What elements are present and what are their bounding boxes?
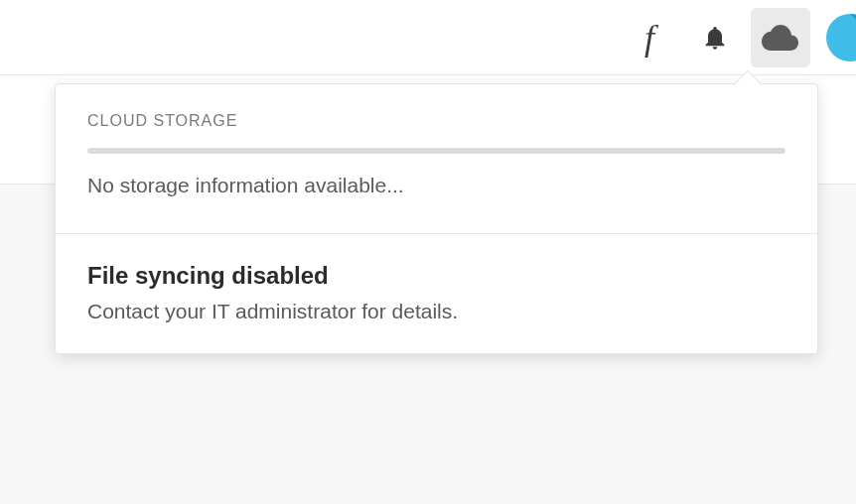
cloud-storage-button[interactable]: [751, 8, 810, 67]
storage-progress-bar: [87, 148, 785, 154]
bell-icon: [701, 23, 729, 53]
sync-status-title: File syncing disabled: [87, 262, 785, 290]
cloud-storage-popover: CLOUD STORAGE No storage information ava…: [55, 83, 818, 354]
storage-status-text: No storage information available...: [87, 174, 785, 197]
sync-status-subtitle: Contact your IT administrator for detail…: [87, 300, 785, 323]
fonts-icon: f: [644, 17, 654, 59]
user-avatar[interactable]: [826, 14, 856, 62]
cloud-icon: [762, 25, 799, 51]
notifications-button[interactable]: [685, 8, 745, 67]
fonts-button[interactable]: f: [620, 8, 679, 67]
top-toolbar: f: [0, 0, 856, 75]
sync-section: File syncing disabled Contact your IT ad…: [56, 234, 817, 353]
storage-heading: CLOUD STORAGE: [87, 112, 785, 130]
storage-section: CLOUD STORAGE No storage information ava…: [56, 84, 817, 234]
